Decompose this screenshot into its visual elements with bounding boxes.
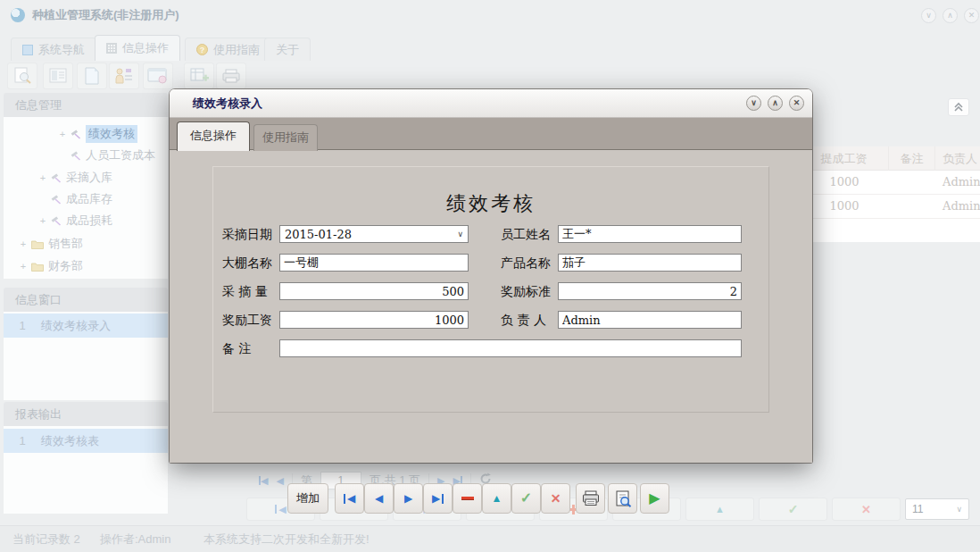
next-record-button[interactable]: ▶	[394, 483, 423, 514]
tab-system-nav[interactable]: 系统导航	[11, 38, 96, 61]
toolbar-window-preview-button[interactable]	[143, 63, 173, 89]
harvest-quantity-input[interactable]	[279, 282, 469, 300]
prev-record-button[interactable]: ◀	[364, 483, 394, 514]
list-item-performance-report[interactable]: 1 绩效考核表	[4, 429, 168, 453]
product-name-label: 产品名称	[501, 254, 551, 272]
tree-item-performance[interactable]: + 绩效考核	[59, 123, 137, 145]
dialog-close-button[interactable]: ✕	[789, 96, 804, 111]
close-icon: ✕	[968, 11, 976, 20]
harvest-quantity-label: 采 摘 量	[222, 282, 268, 300]
tab-label: 系统导航	[38, 42, 85, 58]
table-add-icon	[189, 67, 209, 85]
print-button[interactable]	[576, 483, 605, 514]
reward-wage-input[interactable]	[279, 311, 469, 329]
add-button[interactable]: 增加	[287, 483, 328, 514]
tab-info-operation[interactable]: 信息操作	[95, 35, 180, 61]
dialog-tab-user-guide[interactable]: 使用指南	[253, 124, 318, 151]
dialog-title: 绩效考核录入	[193, 89, 262, 118]
window-close-button[interactable]: ✕	[964, 8, 979, 23]
accordion-header-report-output[interactable]: 报表输出	[4, 402, 168, 426]
tree-item-harvest-storage[interactable]: + 采摘入库	[39, 167, 112, 188]
toolbar-user-report-button[interactable]	[109, 63, 139, 89]
chevron-up-icon: ∧	[947, 11, 953, 20]
employee-name-input[interactable]	[558, 225, 742, 243]
tree-item-product-stock[interactable]: 成品库存	[51, 188, 112, 210]
accordion-header-info-mgmt[interactable]: 信息管理	[4, 93, 168, 117]
dialog-expand-button[interactable]: ∧	[768, 96, 783, 111]
tree-label: 人员工资成本	[86, 147, 155, 163]
delete-record-button[interactable]	[453, 483, 482, 514]
chevron-down-icon: ∨	[457, 230, 463, 238]
tree-label: 成品损耗	[66, 213, 112, 229]
product-name-input[interactable]	[558, 254, 742, 272]
last-record-button[interactable]: ▶	[423, 483, 453, 514]
dialog-button-bar: 增加 ◀ ◀ ▶ ▶ ▲ ✓ ✕ ▶	[170, 483, 812, 515]
tab-about[interactable]: 关于	[264, 38, 311, 61]
accordion-title: 报表输出	[15, 407, 62, 421]
toolbar-print-export-button[interactable]	[216, 63, 246, 89]
harvest-date-value: 2015-01-28	[285, 228, 352, 241]
tab-user-guide[interactable]: ? 使用指南	[185, 38, 271, 61]
toolbar-table-add-button[interactable]	[184, 63, 214, 89]
first-record-button[interactable]: ◀	[335, 483, 364, 514]
manager-input[interactable]	[558, 311, 742, 329]
tree-label: 成品库存	[66, 191, 112, 207]
folder-icon	[31, 239, 44, 249]
expander-icon[interactable]: +	[20, 238, 27, 249]
user-report-icon	[114, 67, 134, 85]
tool-icon	[71, 150, 81, 161]
accordion-title: 信息窗口	[15, 293, 62, 306]
expander-icon[interactable]: +	[20, 261, 27, 272]
close-icon: ✕	[793, 98, 801, 107]
dialog-tab-info-operation[interactable]: 信息操作	[177, 121, 250, 151]
print-preview-button[interactable]	[608, 483, 637, 514]
tree-item-sales-dept[interactable]: + 销售部	[20, 233, 83, 255]
toolbar-document-search-button[interactable]	[7, 63, 37, 89]
last-icon: ▶	[432, 493, 440, 504]
cancel-icon: ✕	[551, 492, 561, 505]
expander-icon[interactable]: +	[39, 215, 46, 226]
list-item-performance-entry[interactable]: 1 绩效考核录入	[4, 314, 168, 338]
help-icon: ?	[196, 44, 208, 55]
expander-icon[interactable]: +	[59, 129, 66, 139]
post-record-button[interactable]: ✓	[511, 483, 541, 514]
expander-icon[interactable]: +	[39, 172, 46, 183]
double-chevron-up-icon	[953, 102, 964, 113]
document-search-icon	[12, 67, 32, 85]
harvest-date-select[interactable]: 2015-01-28 ∨	[279, 225, 469, 243]
window-collapse-button[interactable]: ∨	[921, 8, 936, 23]
cancel-icon: ✕	[861, 503, 871, 516]
tree-label: 采摘入库	[66, 170, 112, 186]
edit-record-button[interactable]: ▲	[482, 483, 511, 514]
page-size-select[interactable]: 11 ∨	[905, 498, 969, 520]
reward-wage-label: 奖励工资	[222, 311, 272, 329]
reward-standard-input[interactable]	[558, 282, 742, 300]
new-document-icon	[84, 67, 100, 85]
toolbar-new-document-button[interactable]	[77, 63, 107, 89]
toolbar-form-list-button[interactable]	[43, 63, 73, 89]
edit-icon: ▲	[492, 493, 502, 504]
col-manager: 负责人	[935, 146, 980, 171]
tree-item-product-loss[interactable]: + 成品损耗	[39, 210, 112, 231]
greenhouse-name-input[interactable]	[279, 254, 469, 272]
tree-label: 财务部	[48, 258, 83, 274]
harvest-date-label: 采摘日期	[222, 225, 272, 243]
cancel-record-button[interactable]: ✕	[541, 483, 570, 514]
form-panel: 绩效考核 采摘日期 2015-01-28 ∨ 员工姓名 大棚名称 产品名称 采 …	[212, 166, 769, 413]
performance-entry-dialog: 绩效考核录入 ∨ ∧ ✕ 信息操作 使用指南 绩效考核 采摘日期 2015-01…	[170, 89, 812, 463]
system-note-label: 本系统支持二次开发和全新开发!	[203, 526, 370, 552]
nav-cancel-button[interactable]: ✕	[832, 498, 901, 521]
tree-item-finance-dept[interactable]: + 财务部	[20, 255, 83, 277]
tree-item-staff-wage-cost[interactable]: 人员工资成本	[71, 145, 155, 166]
play-icon: ▶	[649, 491, 660, 506]
execute-button[interactable]: ▶	[640, 483, 669, 514]
info-window-panel: 1 绩效考核录入	[4, 312, 168, 400]
tree-label: 绩效考核	[86, 125, 137, 143]
content-collapse-button[interactable]	[948, 98, 969, 116]
first-icon: ◀	[347, 493, 355, 504]
prev-icon: ◀	[375, 493, 383, 504]
dialog-collapse-button[interactable]: ∨	[746, 96, 761, 111]
window-expand-button[interactable]: ∧	[943, 8, 958, 23]
accordion-header-info-window[interactable]: 信息窗口	[4, 288, 168, 312]
remark-input[interactable]	[279, 339, 742, 357]
